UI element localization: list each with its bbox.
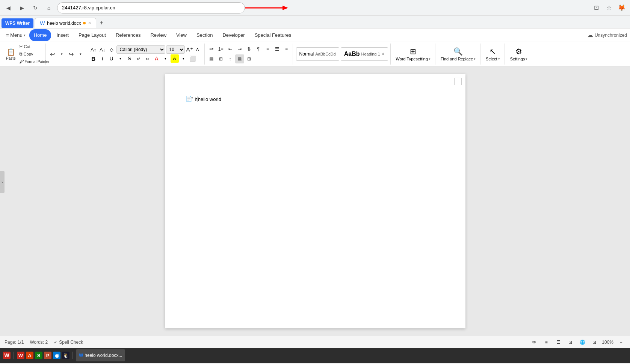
- undo-button[interactable]: ↩: [48, 50, 57, 59]
- ribbon-tab-row: ≡ Menu ▾ Home Insert Page Layout Referen…: [0, 29, 630, 42]
- profile-button[interactable]: 🦊: [616, 3, 627, 13]
- status-eye-icon[interactable]: 👁: [530, 338, 539, 347]
- cast-button[interactable]: ⊡: [591, 3, 601, 13]
- home-button[interactable]: ⌂: [44, 3, 54, 13]
- taskbar-wps-icon[interactable]: W: [3, 352, 11, 359]
- border-text-button[interactable]: ⬜: [189, 54, 197, 63]
- increase-indent-btn[interactable]: ⇥: [235, 45, 244, 54]
- cut-button[interactable]: ✂ Cut: [18, 43, 40, 50]
- taskbar-app-penguin[interactable]: 🐧: [62, 352, 69, 359]
- bold-button[interactable]: B: [89, 54, 98, 63]
- doc-content-area[interactable]: 📄 ▾ hhello world: [195, 96, 435, 102]
- spell-check-status[interactable]: ✓ Spell Check: [54, 340, 83, 345]
- find-replace-dropdown[interactable]: ▾: [474, 57, 476, 61]
- format-painter-button[interactable]: 🖌 Format Painter: [18, 58, 44, 65]
- taskbar-wps-writer-btn[interactable]: W heelo world.docx...: [76, 349, 125, 361]
- taskbar-app-a[interactable]: A: [26, 352, 33, 359]
- col-layout-btn[interactable]: ⊞: [216, 54, 225, 63]
- tab-page-layout[interactable]: Page Layout: [74, 29, 110, 41]
- view-normal-btn[interactable]: ≡: [542, 338, 551, 347]
- settings-button[interactable]: ⚙ Settings ▾: [507, 45, 531, 63]
- heading1-style-button[interactable]: AaBb Heading 1 ⇕: [341, 47, 388, 61]
- toolbar-row: 📋 Paste ✂ Cut ⧉ Copy 🖌 Format Painter: [0, 42, 630, 66]
- align-justify-btn[interactable]: ▤: [207, 54, 216, 63]
- underline-button[interactable]: U: [107, 54, 116, 63]
- borders-btn[interactable]: ⊞: [245, 54, 254, 63]
- refresh-button[interactable]: ↻: [30, 3, 41, 13]
- taskbar-app-w[interactable]: W: [17, 352, 24, 359]
- tab-close-button[interactable]: ✕: [88, 21, 91, 26]
- align-center-btn[interactable]: ☰: [273, 45, 282, 54]
- status-bar: Page: 1/1 Words: 2 ✓ Spell Check 👁 ≡ ☰ ⊡…: [0, 336, 630, 348]
- taskbar-wps-btn-label: heelo world.docx...: [85, 353, 122, 358]
- document-tab[interactable]: W heelo world.docx ✕: [35, 18, 96, 28]
- find-replace-label: Find and Replace: [441, 57, 473, 61]
- left-panel-collapse[interactable]: ›: [0, 171, 5, 193]
- tab-developer[interactable]: Developer: [218, 29, 249, 41]
- view-reading-btn[interactable]: ⊡: [566, 338, 575, 347]
- line-spacing-btn[interactable]: ↕: [226, 54, 235, 63]
- word-typesetting-dropdown[interactable]: ▾: [429, 57, 431, 61]
- settings-dropdown[interactable]: ▾: [526, 57, 527, 61]
- taskbar-app-o[interactable]: ◉: [53, 352, 60, 359]
- heading-expand-btn[interactable]: ⇕: [382, 52, 385, 56]
- zoom-fit-btn[interactable]: ⊡: [590, 338, 599, 347]
- bullets-button[interactable]: ≡•: [207, 45, 216, 54]
- highlight-dropdown[interactable]: ▾: [180, 54, 188, 63]
- align-left-btn[interactable]: ≡: [263, 45, 272, 54]
- font-size-down-btn2[interactable]: A⁻: [195, 45, 203, 54]
- bookmark-button[interactable]: ☆: [604, 3, 614, 13]
- tab-section[interactable]: Section: [192, 29, 217, 41]
- view-outline-btn[interactable]: ☰: [554, 338, 563, 347]
- decrease-indent-btn[interactable]: ⇤: [226, 45, 235, 54]
- tab-insert[interactable]: Insert: [52, 29, 73, 41]
- find-replace-button[interactable]: 🔍 Find and Replace ▾: [438, 45, 479, 63]
- taskbar-app-s[interactable]: S: [35, 352, 42, 359]
- select-dropdown[interactable]: ▾: [498, 57, 500, 61]
- subscript-button[interactable]: x₂: [144, 54, 152, 63]
- superscript-button[interactable]: x²: [134, 54, 143, 63]
- paste-button[interactable]: 📋 Paste: [5, 44, 17, 65]
- document-text[interactable]: hhello world: [195, 96, 221, 102]
- copy-button[interactable]: ⧉ Copy: [18, 51, 40, 57]
- redo-button[interactable]: ↪: [67, 50, 76, 59]
- strikethrough-button[interactable]: S̶: [125, 54, 134, 63]
- new-tab-button[interactable]: +: [96, 18, 107, 28]
- view-web-btn[interactable]: 🌐: [578, 338, 587, 347]
- clear-format-btn[interactable]: ◇: [107, 45, 116, 54]
- numbering-button[interactable]: 1≡: [216, 45, 225, 54]
- font-color-button[interactable]: A: [153, 54, 161, 63]
- taskbar-separator-1: [14, 352, 14, 359]
- show-marks-btn[interactable]: ¶: [254, 45, 263, 54]
- font-name-select[interactable]: Calibri (Body): [116, 45, 165, 54]
- decrease-font-btn[interactable]: A↓: [98, 45, 107, 54]
- back-button[interactable]: ◀: [3, 3, 14, 13]
- sort-button[interactable]: ⇅: [245, 45, 254, 54]
- address-bar[interactable]: [57, 2, 245, 14]
- forward-button[interactable]: ▶: [17, 3, 27, 13]
- document-page[interactable]: 📄 ▾ hhello world: [165, 74, 465, 328]
- taskbar-app-p[interactable]: P: [44, 352, 51, 359]
- tab-view[interactable]: View: [172, 29, 191, 41]
- tab-home[interactable]: Home: [29, 29, 51, 41]
- tab-review[interactable]: Review: [146, 29, 171, 41]
- tab-references[interactable]: References: [111, 29, 145, 41]
- increase-font-btn[interactable]: A↑: [89, 45, 98, 54]
- tab-special-features[interactable]: Special Features: [250, 29, 296, 41]
- browser-actions: ⊡ ☆ 🦊: [591, 3, 627, 13]
- redo-dropdown[interactable]: ▾: [76, 50, 85, 59]
- font-size-up-btn2[interactable]: A⁺: [186, 45, 194, 54]
- align-right-btn[interactable]: ≡: [282, 45, 291, 54]
- zoom-out-btn[interactable]: −: [616, 338, 625, 347]
- select-button[interactable]: ↖ Select ▾: [483, 45, 503, 63]
- menu-button[interactable]: ≡ Menu ▾: [3, 31, 29, 39]
- shading-btn[interactable]: ▤: [235, 54, 244, 63]
- underline-dropdown[interactable]: ▾: [116, 54, 125, 63]
- font-size-select[interactable]: 10: [166, 45, 185, 54]
- word-typesetting-button[interactable]: ⊞ Word Typesetting ▾: [393, 45, 434, 63]
- normal-style-button[interactable]: Normal AaBbCcDd: [296, 47, 339, 61]
- highlight-button[interactable]: A: [171, 54, 179, 63]
- undo-dropdown[interactable]: ▾: [57, 50, 66, 59]
- font-color-dropdown[interactable]: ▾: [162, 54, 170, 63]
- italic-button[interactable]: I: [98, 54, 107, 63]
